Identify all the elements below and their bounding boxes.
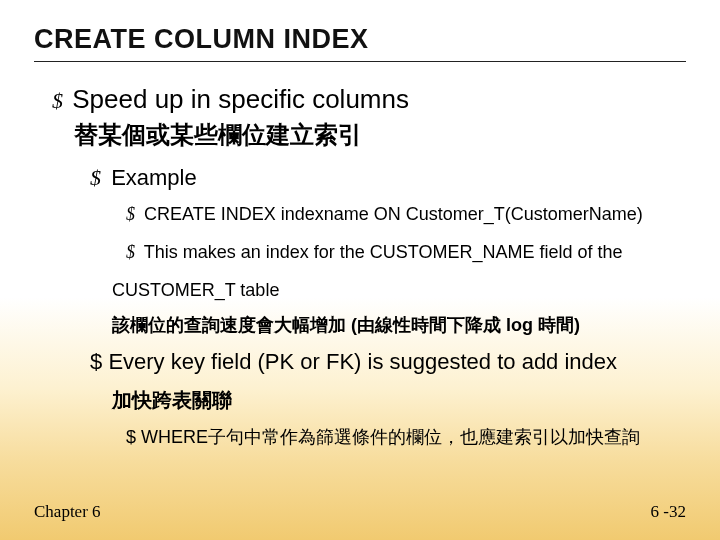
slide-content: $ Speed up in specific columns 替某個或某些欄位建… [34,84,686,451]
bullet-speed-up: $ Speed up in specific columns [52,84,686,115]
bullet-text: CREATE INDEX indexname ON Customer_T(Cus… [144,204,643,224]
bullet-text: WHERE子句中常作為篩選條件的欄位，也應建索引以加快查詢 [141,427,640,447]
bullet-create-index: $ CREATE INDEX indexname ON Customer_T(C… [126,201,686,229]
footer-page: 6 -32 [651,502,686,522]
bullet-icon: $ [126,427,136,447]
bullet-where-clause: $ WHERE子句中常作為篩選條件的欄位，也應建索引以加快查詢 [126,424,686,451]
bullet-icon: $ [126,242,135,262]
bullet-text: Every key field (PK or FK) is suggested … [108,349,617,374]
bullet-icon: $ [90,349,102,374]
slide-title: CREATE COLUMN INDEX [34,24,686,62]
bullet-text: Speed up in specific columns [72,84,409,114]
bullet-icon: $ [126,204,135,224]
bullet-example: $ Example [90,165,686,191]
bullet-icon: $ [90,165,101,190]
bullet-zh-log: 該欄位的查詢速度會大幅增加 (由線性時間下降成 log 時間) [112,313,686,337]
bullet-speed-up-zh: 替某個或某些欄位建立索引 [74,119,686,151]
bullet-every-key: $ Every key field (PK or FK) is suggeste… [90,349,686,375]
slide-footer: Chapter 6 6 -32 [34,502,686,522]
bullet-icon: $ [52,88,63,113]
footer-chapter: Chapter 6 [34,502,101,522]
bullet-text: Example [111,165,197,190]
bullet-this-makes: $ This makes an index for the CUSTOMER_N… [126,239,686,267]
bullet-cross-table: 加快跨表關聯 [112,387,686,414]
slide: CREATE COLUMN INDEX $ Speed up in specif… [0,0,720,540]
bullet-this-makes-cont: CUSTOMER_T table [112,277,686,305]
bullet-text: This makes an index for the CUSTOMER_NAM… [144,242,623,262]
